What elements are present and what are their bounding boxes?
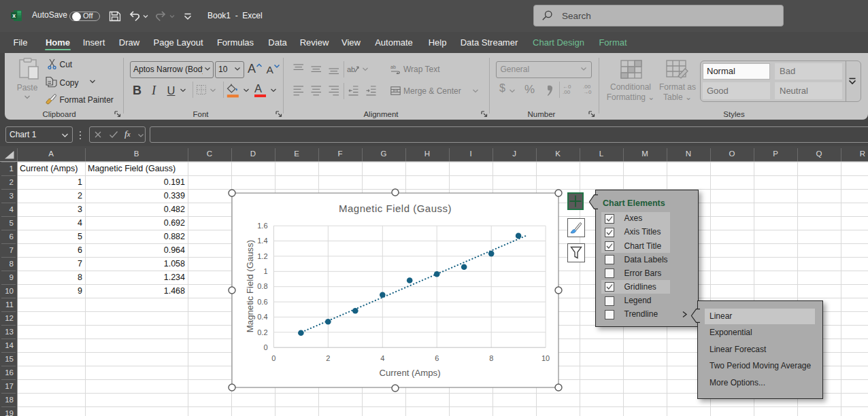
- svg-text:8: 8: [489, 354, 493, 362]
- svg-text:1.2: 1.2: [257, 252, 267, 260]
- svg-text:1.4: 1.4: [257, 237, 267, 245]
- svg-text:10: 10: [541, 354, 550, 362]
- svg-text:1.6: 1.6: [257, 222, 267, 230]
- svg-text:Magnetic Field (Gauss): Magnetic Field (Gauss): [245, 240, 255, 332]
- svg-text:4: 4: [380, 354, 384, 362]
- svg-text:Magnetic Field (Gauss): Magnetic Field (Gauss): [339, 203, 452, 214]
- svg-text:0.2: 0.2: [257, 328, 267, 336]
- svg-text:0.4: 0.4: [257, 313, 267, 321]
- svg-text:Current (Amps): Current (Amps): [379, 368, 440, 378]
- svg-text:6: 6: [435, 354, 439, 362]
- svg-text:0.6: 0.6: [257, 298, 267, 306]
- svg-text:0: 0: [263, 343, 267, 351]
- svg-text:ab: ab: [347, 65, 355, 73]
- svg-text:x: x: [12, 12, 16, 19]
- svg-text:0: 0: [271, 354, 276, 362]
- svg-text:0.8: 0.8: [257, 282, 267, 290]
- svg-text:2: 2: [326, 354, 330, 362]
- svg-text:ab: ab: [390, 65, 396, 69]
- svg-text:1: 1: [263, 267, 267, 275]
